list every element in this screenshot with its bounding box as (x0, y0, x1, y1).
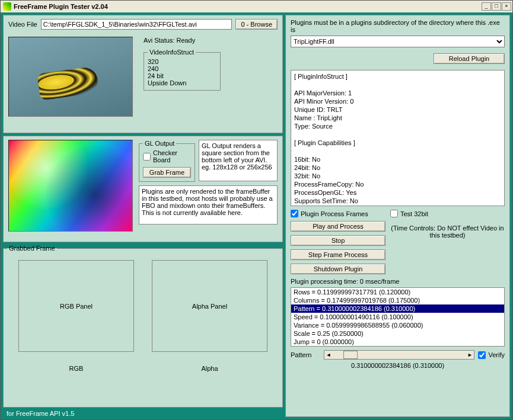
param-item[interactable]: Speed = 0.100000001490116 (0.100000) (291, 313, 504, 321)
video-info-struct-legend: VideoInfoStruct (148, 49, 196, 56)
video-file-panel: Video File 0 - Browse Avi Status: Ready … (3, 15, 283, 133)
slider-right-arrow[interactable]: ► (466, 351, 474, 359)
plugin-info-text[interactable]: [ PluginInfoStruct ] API MajorVersion: 1… (291, 70, 505, 206)
plugin-dir-notice: Plugins must be in a plugins subdirector… (291, 19, 505, 33)
param-value-readout: 0.310000002384186 (0.310000) (291, 362, 505, 369)
vinfo-orient: Upside Down (148, 79, 216, 86)
time-controls-note: (Time Controls: Do NOT effect Video in t… (390, 225, 505, 239)
app-icon (3, 2, 11, 11)
gl-output-thumbnail (8, 140, 133, 232)
grab-frame-button[interactable]: Grab Frame (143, 167, 191, 178)
vinfo-width: 320 (148, 58, 216, 65)
app-window: FreeFrame Plugin Tester v2.04 _ □ × Vide… (0, 0, 513, 420)
plugin-panel: Plugins must be in a plugins subdirector… (285, 15, 510, 417)
stop-button[interactable]: Stop (291, 235, 385, 246)
window-title: FreeFrame Plugin Tester v2.04 (14, 3, 108, 10)
vinfo-height: 240 (148, 65, 216, 72)
param-name-label: Pattern (291, 351, 320, 358)
verify-checkbox[interactable]: Verify (478, 351, 505, 359)
step-frame-button[interactable]: Step Frame Process (291, 249, 385, 260)
reload-plugin-button[interactable]: Reload Plugin (434, 53, 505, 64)
video-file-label: Video File (8, 21, 37, 28)
param-item[interactable]: Jump = 0 (0.000000) (291, 338, 504, 346)
minimize-button[interactable]: _ (482, 2, 491, 11)
grabbed-frame-legend: Grabbed Frame (7, 245, 57, 252)
process-frames-checkbox[interactable]: Plugin Process Frames (291, 210, 385, 217)
alpha-panel: Alpha Panel (152, 260, 267, 352)
footer-api-version: for FreeFrame API v1.5 (3, 410, 283, 417)
gl-output-group: GL Output Checker Board Grab Frame (139, 140, 195, 182)
video-path-input[interactable] (41, 19, 232, 30)
test-32bit-checkbox[interactable]: Test 32bit (390, 210, 505, 217)
play-process-button[interactable]: Play and Process (291, 221, 385, 232)
shutdown-plugin-button[interactable]: Shutdown Plugin (291, 264, 385, 274)
checker-board-checkbox[interactable]: Checker Board (143, 149, 191, 163)
alpha-caption: Alpha (152, 365, 267, 372)
param-item[interactable]: Variance = 0.0599999986588955 (0.060000) (291, 321, 504, 329)
param-item[interactable]: Pattern = 0.310000002384186 (0.310000) (291, 304, 504, 313)
plugin-select[interactable]: TripLightFF.dll (291, 36, 505, 47)
titlebar[interactable]: FreeFrame Plugin Tester v2.04 _ □ × (1, 1, 512, 12)
avi-status: Avi Status: Ready (144, 37, 278, 44)
slider-thumb[interactable] (343, 351, 358, 359)
checker-board-label: Checker Board (153, 149, 191, 163)
grabbed-frame-group: Grabbed Frame RGB Panel RGB Alpha Panel … (3, 245, 283, 408)
gl-note: Plugins are only rendered to the frameBu… (139, 185, 278, 225)
browse-button[interactable]: 0 - Browse (235, 19, 278, 30)
param-slider[interactable]: ◄ ► (324, 350, 474, 360)
rgb-panel: RGB Panel (18, 260, 134, 352)
slider-left-arrow[interactable]: ◄ (324, 351, 333, 359)
video-preview-thumbnail (8, 37, 133, 117)
param-item[interactable]: Scale = 0.25 (0.250000) (291, 329, 504, 338)
gl-output-panel: GL Output Checker Board Grab Frame GL Ou… (3, 136, 283, 242)
close-button[interactable]: × (502, 2, 511, 11)
maximize-button[interactable]: □ (492, 2, 501, 11)
gl-output-legend: GL Output (143, 140, 176, 147)
plugin-params-list[interactable]: Rows = 0.119999997317791 (0.120000)Colum… (291, 287, 505, 347)
vinfo-depth: 24 bit (148, 72, 216, 79)
param-item[interactable]: Columns = 0.174999997019768 (0.175000) (291, 296, 504, 304)
rgb-caption: RGB (18, 365, 134, 372)
plugin-timing: Plugin processing time: 0 msec/frame (291, 278, 505, 285)
gl-hint: GL Output renders a square section from … (199, 140, 278, 181)
param-item[interactable]: Rows = 0.119999997317791 (0.120000) (291, 288, 504, 296)
video-info-struct-group: VideoInfoStruct 320 240 24 bit Upside Do… (144, 49, 221, 91)
